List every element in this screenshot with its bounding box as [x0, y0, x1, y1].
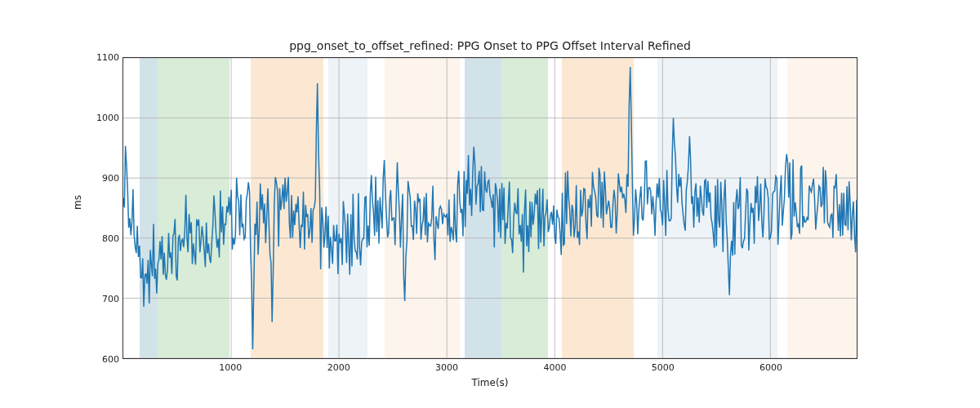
- y-tick-label: 1100: [87, 52, 119, 63]
- x-tick-label: 5000: [652, 362, 675, 373]
- signal-layer: [123, 58, 857, 358]
- x-tick-label: 2000: [327, 362, 350, 373]
- figure: ppg_onset_to_offset_refined: PPG Onset t…: [0, 0, 980, 408]
- y-tick-label: 900: [87, 173, 119, 184]
- y-axis-label: ms: [72, 195, 83, 210]
- chart-title: ppg_onset_to_offset_refined: PPG Onset t…: [0, 39, 980, 52]
- x-tick-label: 6000: [760, 362, 782, 373]
- y-tick-label: 1000: [87, 113, 119, 123]
- x-tick-label: 4000: [543, 362, 566, 373]
- x-tick-label: 1000: [219, 362, 242, 373]
- ppg-signal-line: [123, 67, 857, 349]
- y-tick-label: 800: [87, 233, 119, 244]
- x-axis-label: Time(s): [472, 377, 509, 388]
- y-tick-label: 600: [87, 354, 119, 365]
- x-tick-label: 3000: [435, 362, 458, 373]
- plot-area: [122, 57, 858, 359]
- y-tick-label: 700: [87, 294, 119, 304]
